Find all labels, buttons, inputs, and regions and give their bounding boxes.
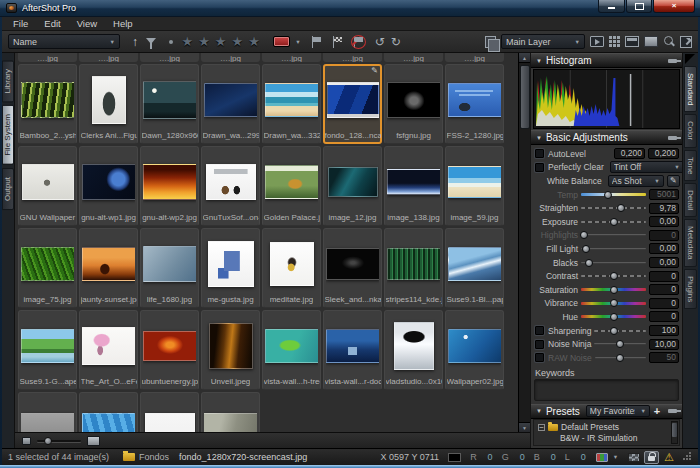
keywords-input[interactable] bbox=[534, 379, 679, 401]
magnifier-icon[interactable] bbox=[663, 36, 675, 48]
color-label-dropdown-icon[interactable]: ▼ bbox=[295, 39, 300, 45]
checkbox-raw-noise[interactable] bbox=[535, 353, 544, 362]
thumbnail-cell[interactable]: Sleek_and...nkahn.jpg bbox=[323, 228, 382, 308]
value-field[interactable]: 0,200 bbox=[614, 148, 645, 159]
thumbnail-cell[interactable]: Suse9.1-G...apers.jpg bbox=[18, 310, 77, 390]
thumbnail-cell[interactable]: Wallpaper02.jpg bbox=[445, 310, 504, 390]
warning-icon[interactable]: ⚠ bbox=[664, 452, 674, 463]
value-field[interactable]: 0,200 bbox=[648, 148, 679, 159]
scroll-up-icon[interactable]: ▲ bbox=[519, 53, 531, 63]
preset-b-w-ir-simulation[interactable]: B&W - IR Simulation bbox=[538, 433, 668, 444]
collapse-box-icon[interactable]: − bbox=[538, 424, 545, 431]
thumbnail-cell[interactable]: Clerks Ani...Figure.jpg bbox=[79, 64, 138, 144]
fullscreen-icon[interactable] bbox=[680, 36, 692, 48]
thumbnail-cell-cut[interactable]: ….jpg bbox=[79, 53, 138, 62]
layer-dropdown[interactable]: Main Layer ▼ bbox=[501, 34, 585, 49]
thumbnail-cell-cut[interactable]: ….jpg bbox=[323, 53, 382, 62]
thumbnail-cell[interactable]: gnu-alt-wp1.jpg bbox=[79, 146, 138, 226]
chevron-down-icon[interactable]: ▼ bbox=[613, 454, 618, 460]
thumbnail-cell[interactable] bbox=[79, 392, 138, 432]
value-field[interactable]: 0 bbox=[649, 284, 679, 295]
thumbnail-cell[interactable]: me-gusta.jpg bbox=[201, 228, 260, 308]
thumbnail-cell[interactable]: gnu-alt-wp2.jpg bbox=[140, 146, 199, 226]
value-field[interactable]: 9,78 bbox=[649, 203, 679, 214]
checkbox-noise-ninja[interactable] bbox=[535, 340, 544, 349]
thumbnail-cell[interactable]: Bamboo_2...ysha.jpg bbox=[18, 64, 77, 144]
value-field[interactable]: 0 bbox=[649, 230, 679, 241]
maximize-button[interactable] bbox=[626, 0, 652, 13]
thumbnail-cell[interactable]: The_Art_O...eFear.jpg bbox=[79, 310, 138, 390]
value-field[interactable]: 5001 bbox=[649, 189, 679, 200]
thumbnail-cell[interactable]: image_12.jpg bbox=[323, 146, 382, 226]
slider-thumb[interactable] bbox=[585, 259, 593, 267]
slider-blacks[interactable] bbox=[581, 258, 646, 267]
value-field[interactable]: 0 bbox=[649, 311, 679, 322]
slider-exposure[interactable] bbox=[581, 217, 646, 226]
slider-sharpening[interactable] bbox=[594, 326, 646, 335]
menu-help[interactable]: Help bbox=[105, 18, 141, 29]
no-rating-dot-icon[interactable] bbox=[169, 40, 173, 44]
menu-view[interactable]: View bbox=[69, 18, 105, 29]
tab-file-system[interactable]: File System bbox=[2, 105, 14, 165]
slider-temp[interactable] bbox=[581, 190, 646, 199]
slider-raw-noise[interactable] bbox=[595, 353, 646, 362]
histogram-header[interactable]: ▼ Histogram bbox=[531, 53, 682, 68]
menu-edit[interactable]: Edit bbox=[36, 18, 68, 29]
collapse-icon[interactable]: ▼ bbox=[536, 58, 542, 64]
thumbnail-cell[interactable]: meditate.jpg bbox=[262, 228, 321, 308]
resize-grip[interactable] bbox=[682, 452, 692, 462]
checkbox-perfectly-clear[interactable] bbox=[535, 163, 544, 172]
sort-ascending-icon[interactable]: ↑ bbox=[132, 36, 138, 48]
star-icon[interactable]: ★ bbox=[198, 35, 210, 48]
rotate-right-icon[interactable]: ↻ bbox=[391, 36, 401, 48]
pin-icon[interactable] bbox=[668, 59, 677, 63]
slider-thumb[interactable] bbox=[580, 231, 588, 239]
slider-thumb[interactable] bbox=[44, 437, 52, 445]
slider-noise-ninja[interactable] bbox=[594, 340, 646, 349]
thumbnail-cell[interactable] bbox=[140, 392, 199, 432]
rotate-left-icon[interactable]: ↺ bbox=[375, 36, 385, 48]
scrollbar-thumb[interactable] bbox=[672, 423, 677, 437]
slider-thumb[interactable] bbox=[617, 204, 625, 212]
scroll-down-icon[interactable]: ▼ bbox=[519, 422, 531, 432]
star-icon[interactable]: ★ bbox=[182, 35, 194, 48]
slider-thumb[interactable] bbox=[616, 340, 624, 348]
value-field[interactable]: 10,00 bbox=[649, 339, 679, 350]
slider-thumb[interactable] bbox=[610, 299, 618, 307]
filter-icon[interactable] bbox=[146, 38, 156, 49]
slideshow-icon[interactable] bbox=[590, 36, 604, 47]
slider-thumb[interactable] bbox=[610, 286, 618, 294]
flag-reject-icon[interactable] bbox=[352, 36, 365, 48]
thumbnail-cell-cut[interactable]: ….jpg bbox=[384, 53, 443, 62]
flag-checkered-icon[interactable] bbox=[331, 36, 344, 48]
preset-b-w-simple[interactable]: B&W - Simple bbox=[538, 444, 668, 447]
thumbnail-cell[interactable]: vladstudio...0x1024.jpg bbox=[384, 310, 443, 390]
flag-pick-icon[interactable] bbox=[310, 36, 323, 48]
dropdown-tint-off[interactable]: Tint Off▼ bbox=[610, 161, 684, 173]
value-field[interactable]: 0,00 bbox=[649, 243, 679, 254]
checkbox-sharpening[interactable] bbox=[535, 326, 544, 335]
folder-name[interactable]: Fondos bbox=[139, 452, 169, 462]
value-field[interactable]: 50 bbox=[649, 352, 679, 363]
thumbnail-cell-cut[interactable]: ….jpg bbox=[262, 53, 321, 62]
star-icon[interactable]: ★ bbox=[215, 35, 227, 48]
presets-favorites-dropdown[interactable]: My Favorites ▼ bbox=[586, 405, 650, 417]
layer-manager-icon[interactable] bbox=[485, 36, 496, 48]
thumbnail-cell[interactable]: vista-wall...h-tree.jpg bbox=[262, 310, 321, 390]
display-color-icon[interactable] bbox=[596, 453, 608, 462]
thumbnail-cell[interactable]: Drawn_wa...299_.jpg bbox=[201, 64, 260, 144]
title-bar[interactable]: AfterShot Pro × bbox=[0, 0, 700, 17]
thumbnail-cell[interactable]: ✎fondo_128...ncast.jpg bbox=[323, 64, 382, 144]
slider-thumb[interactable] bbox=[604, 191, 612, 199]
thumbnail-cell[interactable]: life_1680.jpg bbox=[140, 228, 199, 308]
thumbnail-cell[interactable]: stripes114_kde.jpg bbox=[384, 228, 443, 308]
slider-thumb[interactable] bbox=[610, 313, 618, 321]
thumbnail-cell-cut[interactable]: ….jpg bbox=[140, 53, 199, 62]
tab-output[interactable]: Output bbox=[2, 168, 14, 210]
thumbnail-cell[interactable]: Unveil.jpeg bbox=[201, 310, 260, 390]
thumbnail-cell-cut[interactable]: ….jpg bbox=[445, 53, 504, 62]
preset-default-presets[interactable]: −Default Presets bbox=[538, 422, 668, 433]
tab-library[interactable]: Library bbox=[2, 60, 14, 102]
presets-header[interactable]: ▼ Presets My Favorites ▼ + bbox=[531, 404, 682, 419]
thumbnail-cell[interactable]: Suse9.1-Bl...papers.jpg bbox=[445, 228, 504, 308]
